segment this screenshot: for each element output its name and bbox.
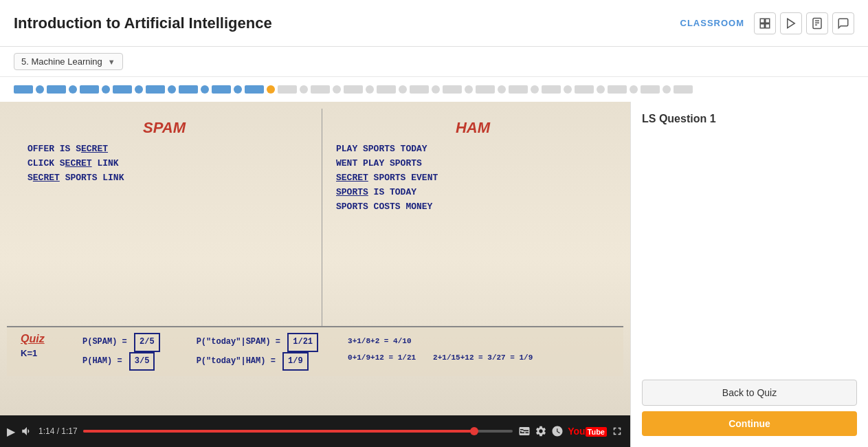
wb-spam-item-2: CLICK SECRET LINK — [27, 158, 301, 168]
panel-bottom: Back to Quiz Continue — [642, 380, 857, 436]
progress-dot[interactable] — [366, 85, 374, 94]
svg-rect-0 — [760, 19, 764, 23]
progress-segment[interactable] — [575, 85, 594, 94]
progress-dot[interactable] — [498, 85, 506, 94]
volume-button[interactable] — [21, 425, 33, 437]
progress-segment[interactable] — [245, 85, 264, 94]
progress-segment[interactable] — [410, 85, 429, 94]
svg-marker-4 — [788, 19, 795, 28]
formula-today-ham: P("today"|HAM) = 1/9 — [197, 352, 320, 371]
progress-segment[interactable] — [344, 85, 363, 94]
progress-dot-active[interactable] — [267, 85, 275, 94]
progress-segment[interactable] — [113, 85, 132, 94]
page-title: Introduction to Artificial Intelligence — [14, 14, 272, 32]
math-formula-1: 3+1/8+2 = 4/10 — [348, 333, 533, 349]
svg-rect-3 — [766, 23, 770, 28]
play-icon-btn[interactable] — [780, 12, 802, 34]
progress-segment[interactable] — [674, 85, 693, 94]
wb-ham-item-1: PLAY SPORTS TODAY — [336, 144, 610, 154]
math-formula-2: 0+1/9+12 = 1/21 — [348, 349, 416, 366]
progress-dot[interactable] — [531, 85, 539, 94]
formula-spam: P(SPAM) = 2/5 — [82, 333, 162, 352]
progress-segment[interactable] — [443, 85, 462, 94]
wb-spam-item-1: OFFER IS SECRET — [27, 144, 301, 154]
progress-segment[interactable] — [377, 85, 396, 94]
progress-segment[interactable] — [641, 85, 660, 94]
progress-segment[interactable] — [476, 85, 495, 94]
svg-rect-2 — [760, 23, 764, 28]
video-area: SPAM OFFER IS SECRET CLICK SECRET LINK S… — [0, 102, 630, 447]
progress-dot[interactable] — [465, 85, 473, 94]
ls-question-title: LS Question 1 — [642, 113, 857, 125]
play-button[interactable]: ▶ — [7, 425, 15, 438]
video-progress-track[interactable] — [83, 430, 513, 433]
progress-segment[interactable] — [47, 85, 66, 94]
back-to-quiz-button[interactable]: Back to Quiz — [642, 380, 857, 406]
progress-segment[interactable] — [608, 85, 627, 94]
progress-dot[interactable] — [201, 85, 209, 94]
video-progress-thumb — [470, 427, 478, 435]
math-formula-3: 2+1/15+12 = 3/27 = 1/9 — [433, 349, 533, 366]
progress-segment[interactable] — [146, 85, 165, 94]
main-area: SPAM OFFER IS SECRET CLICK SECRET LINK S… — [0, 102, 868, 447]
youtube-logo: YouTube — [568, 426, 607, 437]
progress-dot[interactable] — [135, 85, 143, 94]
continue-button[interactable]: Continue — [642, 411, 857, 436]
progress-dot[interactable] — [333, 85, 341, 94]
video-frame: SPAM OFFER IS SECRET CLICK SECRET LINK S… — [0, 102, 630, 415]
formula-ham: P(HAM) = 3/5 — [82, 352, 162, 371]
progress-dot[interactable] — [102, 85, 110, 94]
progress-dot[interactable] — [564, 85, 572, 94]
progress-segment[interactable] — [542, 85, 561, 94]
module-row: 5. Machine Learning ▼ — [0, 47, 868, 77]
top-bar: Introduction to Artificial Intelligence … — [0, 0, 868, 47]
progress-dot[interactable] — [630, 85, 638, 94]
settings-button[interactable] — [535, 425, 547, 437]
progress-segment[interactable] — [311, 85, 330, 94]
whiteboard: SPAM OFFER IS SECRET CLICK SECRET LINK S… — [0, 102, 630, 415]
progress-dot[interactable] — [168, 85, 176, 94]
ham-title: HAM — [336, 119, 610, 137]
layout-icon-btn[interactable] — [754, 12, 776, 34]
progress-segment[interactable] — [212, 85, 231, 94]
wb-ham-item-3: SECRET SPORTS EVENT — [336, 173, 610, 183]
progress-dot[interactable] — [663, 85, 671, 94]
formula-today-spam: P("today"|SPAM) = 1/21 — [197, 333, 320, 352]
progress-segment[interactable] — [14, 85, 33, 94]
video-controls: ▶ 1:14 / 1:17 — [0, 415, 630, 447]
progress-dot[interactable] — [399, 85, 407, 94]
fullscreen-button[interactable] — [611, 425, 623, 437]
k-label: K=1 — [21, 348, 69, 358]
video-time: 1:14 / 1:17 — [38, 426, 78, 436]
wb-spam-item-3: SECRET SPORTS LINK — [27, 173, 301, 183]
progress-dot[interactable] — [300, 85, 308, 94]
right-panel: LS Question 1 Back to Quiz Continue — [630, 102, 868, 447]
progress-segment[interactable] — [80, 85, 99, 94]
module-label: 5. Machine Learning — [21, 56, 102, 67]
progress-segment[interactable] — [278, 85, 297, 94]
progress-dot[interactable] — [432, 85, 440, 94]
video-progress-fill — [83, 430, 474, 433]
spam-title: SPAM — [27, 119, 301, 137]
wb-ham-item-2: WENT PLAY SPORTS — [336, 158, 610, 168]
captions-button[interactable] — [518, 425, 531, 437]
progress-dot[interactable] — [69, 85, 77, 94]
svg-rect-1 — [766, 19, 770, 23]
wb-ham-item-5: SPORTS COSTS MONEY — [336, 201, 610, 212]
document-icon-btn[interactable] — [806, 12, 828, 34]
progress-segment[interactable] — [179, 85, 198, 94]
progress-dot[interactable] — [234, 85, 242, 94]
progress-dot[interactable] — [597, 85, 605, 94]
progress-row — [0, 77, 868, 102]
classroom-label: CLASSROOM — [680, 18, 745, 28]
module-dropdown[interactable]: 5. Machine Learning ▼ — [14, 53, 123, 70]
quiz-label: Quiz — [21, 333, 69, 345]
progress-dot[interactable] — [36, 85, 44, 94]
chat-icon-btn[interactable] — [832, 12, 854, 34]
ctrl-icon-group: YouTube — [518, 425, 623, 437]
wb-ham-item-4: SPORTS IS TODAY — [336, 187, 610, 197]
top-icons: CLASSROOM — [680, 12, 855, 34]
chevron-down-icon: ▼ — [108, 58, 115, 66]
watch-later-button[interactable] — [551, 425, 564, 437]
progress-segment[interactable] — [509, 85, 528, 94]
